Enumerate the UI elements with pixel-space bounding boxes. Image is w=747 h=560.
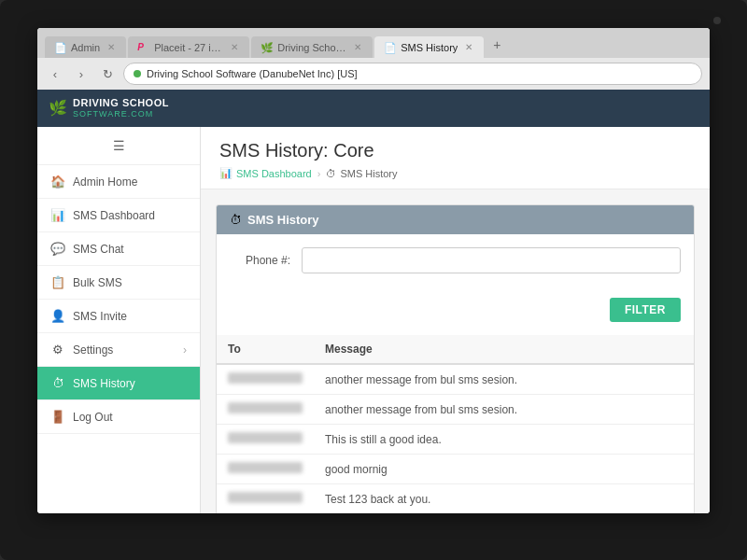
cell-message: another message from bul sms sesion. <box>314 395 694 425</box>
address-bar[interactable]: Driving School Software (DanubeNet Inc) … <box>123 63 702 85</box>
phone-form-row: Phone #: <box>230 247 681 273</box>
sidebar-label-settings: Settings <box>73 343 113 357</box>
tab-sms-history[interactable]: 📄 SMS History ✕ <box>374 36 484 58</box>
cell-to <box>217 425 314 455</box>
sidebar-label-sms-invite: SMS Invite <box>73 310 127 323</box>
address-text: Driving School Software (DanubeNet Inc) … <box>147 68 358 79</box>
table-head: To Message <box>217 335 694 364</box>
back-button[interactable]: ‹ <box>45 63 65 84</box>
phone-redacted <box>228 492 303 503</box>
chat-icon: 💬 <box>50 242 65 256</box>
breadcrumb-dashboard-label: SMS Dashboard <box>236 168 312 179</box>
logo-subtitle: SOFTWARE.com <box>73 109 169 119</box>
col-message: Message <box>314 335 694 364</box>
col-to: To <box>217 335 314 364</box>
tab-admin[interactable]: 📄 Admin ✕ <box>45 36 126 58</box>
bulk-sms-icon: 📋 <box>50 275 65 289</box>
forward-button[interactable]: › <box>71 63 92 84</box>
tab-close-dss[interactable]: ✕ <box>352 41 363 53</box>
sidebar-label-sms-history: SMS History <box>73 377 135 390</box>
filter-button[interactable]: FILTER <box>610 298 681 322</box>
tab-label-sms-history: SMS History <box>401 42 458 53</box>
sidebar-nav: 🏠 Admin Home 📊 SMS Dashboard <box>37 165 200 434</box>
monitor-frame: 📄 Admin ✕ P Placeit - 27 inch iMac 2… ✕ … <box>0 0 747 560</box>
tab-label-dss: Driving School Software <box>277 42 346 53</box>
sidebar-label-logout: Log Out <box>73 411 113 424</box>
sidebar-link-sms-dashboard[interactable]: 📊 SMS Dashboard <box>37 199 200 231</box>
sidebar-item-logout[interactable]: 🚪 Log Out <box>37 400 200 434</box>
sidebar-link-admin-home[interactable]: 🏠 Admin Home <box>37 165 200 198</box>
sidebar-item-settings[interactable]: ⚙ Settings <box>37 333 200 367</box>
breadcrumb-history-icon: ⏱ <box>326 168 336 179</box>
new-tab-button[interactable]: + <box>486 34 508 56</box>
sidebar-item-sms-dashboard[interactable]: 📊 SMS Dashboard <box>37 199 200 232</box>
panel-body: Phone #: <box>217 234 694 298</box>
tab-icon-admin: 📄 <box>54 42 65 53</box>
history-icon: ⏱ <box>50 376 65 390</box>
phone-label: Phone #: <box>230 254 290 267</box>
app-body: ☰ 🏠 Admin Home 📊 SMS Dashboa <box>37 127 710 513</box>
sidebar-link-logout[interactable]: 🚪 Log Out <box>37 400 200 433</box>
tab-label-admin: Admin <box>71 42 100 53</box>
app-header: 🌿 Driving School SOFTWARE.com <box>37 90 710 127</box>
table-header-row: To Message <box>217 335 694 364</box>
sidebar-link-sms-history[interactable]: ⏱ SMS History <box>37 367 200 399</box>
sidebar-header[interactable]: ☰ <box>37 127 200 165</box>
app-container: 🌿 Driving School SOFTWARE.com ☰ <box>37 90 710 513</box>
sidebar-link-bulk-sms[interactable]: 📋 Bulk SMS <box>37 266 200 299</box>
tab-label-placeit: Placeit - 27 inch iMac 2… <box>154 42 223 53</box>
tab-close-admin[interactable]: ✕ <box>106 41 117 53</box>
tab-placeit[interactable]: P Placeit - 27 inch iMac 2… ✕ <box>128 36 249 58</box>
sms-history-table: To Message another message from bul sms … <box>217 335 694 513</box>
cell-to <box>217 395 314 425</box>
filter-row: FILTER <box>217 298 694 335</box>
hamburger-icon[interactable]: ☰ <box>113 138 125 153</box>
settings-icon: ⚙ <box>50 343 65 357</box>
sidebar: ☰ 🏠 Admin Home 📊 SMS Dashboa <box>37 127 201 513</box>
breadcrumb-dashboard-icon: 📊 <box>219 167 233 179</box>
sidebar-label-sms-chat: SMS Chat <box>73 243 124 256</box>
logo-text: Driving School SOFTWARE.com <box>73 97 169 119</box>
logout-icon: 🚪 <box>50 410 65 424</box>
tab-icon-placeit: P <box>137 42 148 53</box>
reload-button[interactable]: ↻ <box>97 63 118 84</box>
sms-history-panel: ⏱ SMS History Phone #: FILTER <box>216 204 695 513</box>
breadcrumb-sms-dashboard[interactable]: 📊 SMS Dashboard <box>219 167 312 179</box>
cell-message: Test 123 back at you. <box>314 484 694 514</box>
cell-message: good mornig <box>314 455 694 484</box>
tab-dss[interactable]: 🌿 Driving School Software ✕ <box>251 36 373 58</box>
sidebar-label-bulk-sms: Bulk SMS <box>73 276 122 289</box>
tabs-bar: 📄 Admin ✕ P Placeit - 27 inch iMac 2… ✕ … <box>37 28 710 58</box>
dashboard-icon: 📊 <box>50 208 65 222</box>
sidebar-item-sms-invite[interactable]: 👤 SMS Invite <box>37 300 200 333</box>
tab-close-placeit[interactable]: ✕ <box>229 41 240 53</box>
logo-area: 🌿 Driving School SOFTWARE.com <box>49 97 169 119</box>
cell-to <box>217 455 314 484</box>
breadcrumb-separator: › <box>317 168 321 179</box>
sidebar-link-sms-invite[interactable]: 👤 SMS Invite <box>37 300 200 332</box>
table-row: This is still a good idea. <box>217 425 694 455</box>
invite-icon: 👤 <box>50 309 65 323</box>
cell-to <box>217 364 314 395</box>
phone-redacted <box>228 372 303 384</box>
breadcrumb: 📊 SMS Dashboard › ⏱ SMS History <box>219 167 691 179</box>
logo-icon: 🌿 <box>49 99 67 117</box>
tab-icon-sms-history: 📄 <box>384 42 395 53</box>
phone-redacted <box>228 402 303 413</box>
table-row: good mornig <box>217 455 694 484</box>
sidebar-item-sms-chat[interactable]: 💬 SMS Chat <box>37 232 200 266</box>
sidebar-item-bulk-sms[interactable]: 📋 Bulk SMS <box>37 266 200 300</box>
sidebar-label-sms-dashboard: SMS Dashboard <box>73 209 155 222</box>
table-body: another message from bul sms sesion.anot… <box>217 364 694 513</box>
sidebar-link-settings[interactable]: ⚙ Settings <box>37 333 200 366</box>
tab-close-sms-history[interactable]: ✕ <box>463 41 474 53</box>
sidebar-item-admin-home[interactable]: 🏠 Admin Home <box>37 165 200 199</box>
address-bar-row: ‹ › ↻ Driving School Software (DanubeNet… <box>37 58 710 90</box>
sidebar-item-sms-history[interactable]: ⏱ SMS History <box>37 367 200 400</box>
phone-input[interactable] <box>302 247 681 273</box>
panel-header-icon: ⏱ <box>230 213 242 227</box>
panel-header: ⏱ SMS History <box>217 205 694 234</box>
browser-chrome: 📄 Admin ✕ P Placeit - 27 inch iMac 2… ✕ … <box>37 28 710 90</box>
sidebar-link-sms-chat[interactable]: 💬 SMS Chat <box>37 232 200 265</box>
sidebar-label-admin-home: Admin Home <box>73 175 137 189</box>
